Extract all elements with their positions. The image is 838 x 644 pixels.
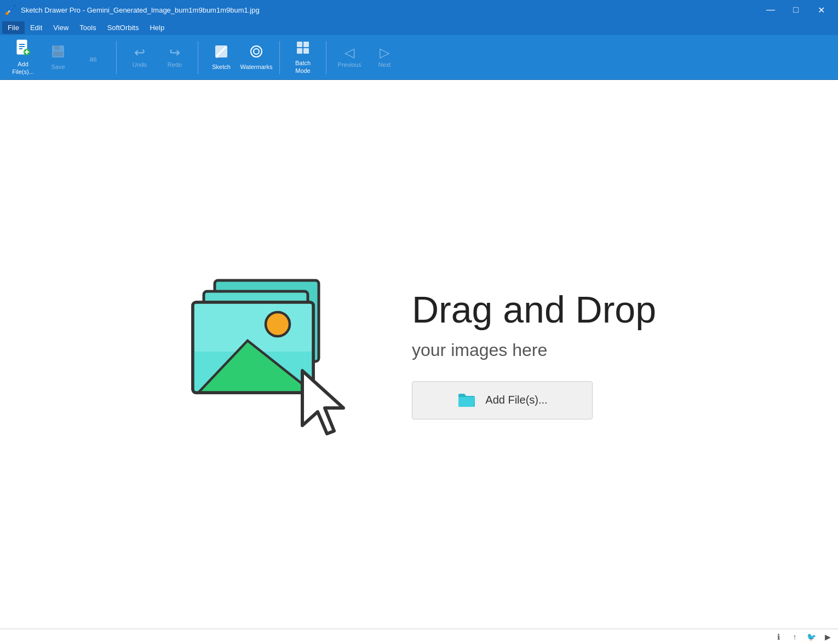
- watermarks-toolbar-label: Watermarks: [240, 64, 273, 71]
- next-icon: ▷: [380, 46, 389, 59]
- save-toolbar-label: Save: [51, 64, 65, 71]
- save-as-toolbar-label: as: [89, 55, 97, 64]
- window-title: Sketch Drawer Pro - Gemini_Generated_Ima…: [21, 6, 260, 14]
- add-files-button[interactable]: Add File(s)...: [412, 381, 593, 419]
- drag-drop-title: Drag and Drop: [412, 289, 656, 330]
- svg-rect-9: [53, 51, 63, 56]
- next-toolbar-label: Next: [378, 61, 391, 68]
- add-files-toolbar-button[interactable]: AddFile(s)...: [5, 38, 41, 77]
- menu-tools[interactable]: Tools: [74, 21, 101, 34]
- undo-icon: ↩: [134, 46, 145, 59]
- menu-softorbits[interactable]: SoftOrbits: [102, 21, 145, 34]
- menu-view[interactable]: View: [48, 21, 74, 34]
- svg-rect-18: [303, 48, 309, 54]
- sketch-icon: [214, 44, 229, 61]
- toolbar-undoredo-group: ↩ Undo ↪ Redo: [121, 35, 193, 79]
- minimize-button[interactable]: —: [758, 0, 783, 20]
- toolbar-sep-3: [279, 41, 280, 74]
- save-icon: [50, 44, 66, 61]
- toolbar-sep-2: [198, 41, 198, 74]
- next-toolbar-button[interactable]: ▷ Next: [367, 38, 402, 77]
- save-toolbar-button[interactable]: Save: [41, 38, 76, 77]
- add-files-icon: [15, 39, 31, 59]
- toolbar-batch-group: BatchMode: [284, 35, 322, 79]
- drop-illustration: [182, 272, 357, 436]
- batch-mode-icon: [295, 40, 311, 58]
- batch-mode-toolbar-label: BatchMode: [295, 60, 311, 74]
- toolbar: AddFile(s)... Save as ↩ Undo ↪ Redo: [0, 35, 838, 80]
- menu-help[interactable]: Help: [144, 21, 170, 34]
- close-button[interactable]: ✕: [808, 0, 834, 20]
- toolbar-file-group: AddFile(s)... Save as: [4, 35, 112, 79]
- watermarks-toolbar-button[interactable]: Watermarks: [239, 38, 274, 77]
- previous-toolbar-button[interactable]: ◁ Previous: [332, 38, 367, 77]
- toolbar-sep-1: [116, 41, 117, 74]
- status-upload-icon[interactable]: ↑: [789, 631, 801, 643]
- save-as-toolbar-button[interactable]: as: [76, 38, 111, 77]
- status-bar: ℹ ↑ 🐦 ▶: [0, 629, 838, 644]
- previous-toolbar-label: Previous: [338, 61, 361, 68]
- watermarks-icon: [249, 44, 264, 61]
- menu-edit[interactable]: Edit: [25, 21, 48, 34]
- svg-rect-16: [303, 42, 309, 47]
- drag-drop-subtitle: your images here: [412, 340, 547, 360]
- folder-icon: [457, 390, 477, 410]
- title-bar-controls: — □ ✕: [758, 0, 834, 20]
- main-content: Drag and Drop your images here Add File(…: [0, 80, 838, 629]
- toolbar-tools-group: Sketch Watermarks: [203, 35, 275, 79]
- batch-mode-toolbar-button[interactable]: BatchMode: [285, 38, 320, 77]
- svg-marker-31: [302, 371, 343, 434]
- app-icon: 🖌️: [4, 4, 16, 16]
- redo-icon: ↪: [169, 46, 180, 59]
- svg-rect-17: [297, 48, 302, 54]
- undo-toolbar-button[interactable]: ↩ Undo: [122, 38, 157, 77]
- menu-bar: File Edit View Tools SoftOrbits Help: [0, 20, 838, 35]
- add-files-toolbar-label: AddFile(s)...: [12, 61, 34, 75]
- hero-section: Drag and Drop your images here Add File(…: [182, 272, 656, 436]
- status-play-icon[interactable]: ▶: [822, 631, 834, 643]
- title-bar: 🖌️ Sketch Drawer Pro - Gemini_Generated_…: [0, 0, 838, 20]
- status-twitter-icon[interactable]: 🐦: [805, 631, 817, 643]
- svg-point-13: [251, 46, 262, 57]
- sketch-toolbar-label: Sketch: [212, 64, 231, 71]
- redo-toolbar-label: Redo: [168, 61, 182, 68]
- svg-rect-8: [54, 45, 60, 50]
- title-bar-left: 🖌️ Sketch Drawer Pro - Gemini_Generated_…: [4, 4, 260, 16]
- toolbar-sep-4: [326, 41, 326, 74]
- toolbar-nav-group: ◁ Previous ▷ Next: [331, 35, 403, 79]
- maximize-button[interactable]: □: [783, 0, 808, 20]
- redo-toolbar-button[interactable]: ↪ Redo: [157, 38, 192, 77]
- svg-point-14: [254, 49, 259, 54]
- add-files-button-label: Add File(s)...: [485, 394, 547, 406]
- menu-file[interactable]: File: [2, 21, 25, 34]
- undo-toolbar-label: Undo: [133, 61, 147, 68]
- drop-text-area: Drag and Drop your images here Add File(…: [412, 289, 656, 419]
- status-info-icon[interactable]: ℹ: [772, 631, 784, 643]
- svg-point-29: [266, 312, 290, 336]
- svg-rect-15: [297, 42, 302, 47]
- sketch-toolbar-button[interactable]: Sketch: [204, 38, 239, 77]
- previous-icon: ◁: [345, 46, 354, 59]
